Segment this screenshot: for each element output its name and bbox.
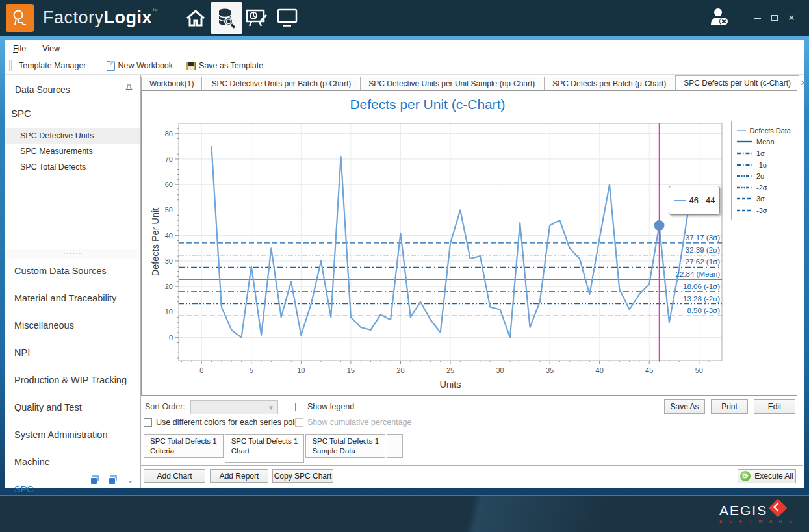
sidebar-title: Data Sources (15, 84, 70, 95)
tab-spc-defective-units-per-batch-p-chart-[interactable]: SPC Defective Units per Batch (p-Chart) (203, 77, 359, 90)
sidebar-category-custom-data-sources[interactable]: Custom Data Sources (5, 260, 140, 282)
menubar: FileView (5, 40, 804, 57)
tooltip-value: 46 : 44 (689, 196, 715, 205)
spc-group-header[interactable]: SPC (5, 95, 140, 119)
subtab-chart[interactable]: SPC Total Defects 1Chart (225, 434, 305, 463)
logout-user-icon[interactable] (709, 6, 731, 30)
legend-line-glyph (736, 173, 753, 179)
svg-text:18.06 (-1σ): 18.06 (-1σ) (683, 283, 720, 290)
sidebar-category-machine[interactable]: Machine (5, 451, 140, 473)
minimize-button[interactable] (749, 11, 766, 25)
aegis-diamond-icon (769, 499, 787, 517)
svg-text:40: 40 (596, 366, 604, 374)
divider (141, 465, 803, 466)
sidebar-category-production-wip-tracking[interactable]: Production & WIP Tracking (5, 369, 140, 391)
legend-item-neg-1sigma: -1σ (736, 159, 791, 171)
tooltip-series-glyph (674, 200, 686, 201)
sort-order-label: Sort Order: (145, 402, 185, 411)
legend-line-glyph (736, 139, 753, 144)
data-explorer-icon[interactable] (211, 2, 242, 34)
close-button[interactable]: ✕ (783, 11, 800, 25)
titlebar: FactoryLogix™ ✕ (0, 0, 809, 36)
sidebar-item-spc-measurements[interactable]: SPC Measurements (5, 144, 140, 159)
toolbar-template-manager[interactable]: Template Manager (12, 57, 93, 74)
legend-line-glyph (736, 196, 753, 201)
maximize-button[interactable] (766, 11, 783, 25)
show-legend-checkbox[interactable]: Show legend (295, 402, 354, 411)
use-colors-checkbox[interactable]: Use different colors for each series poi… (144, 418, 302, 427)
chart-panel: Defects per Unit (c-Chart) 0102030405060… (141, 90, 797, 396)
svg-text:Defects Per Unit: Defects Per Unit (150, 208, 161, 277)
stack-icon-1[interactable] (90, 475, 100, 485)
tab-spc-defective-units-per-unit-sample-np-chart-[interactable]: SPC Defective Units per Unit Sample (np-… (360, 77, 543, 90)
toolbar-new-workbook[interactable]: New Workbook (100, 57, 180, 74)
sidebar-item-spc-total-defects[interactable]: SPC Total Defects (5, 159, 140, 175)
data-sources-sidebar: Data Sources SPC SPC Defective UnitsSPC … (5, 75, 141, 488)
svg-text:45: 45 (645, 366, 653, 374)
legend-line-glyph (736, 208, 753, 213)
sidebar-category-quality-and-test[interactable]: Quality and Test (5, 396, 140, 418)
svg-text:Units: Units (439, 379, 461, 390)
svg-text:0: 0 (199, 366, 203, 374)
presentation-icon[interactable] (242, 0, 272, 36)
sidebar-category-miscellaneous[interactable]: Miscellaneous (5, 314, 140, 336)
subtab-stub (387, 434, 403, 458)
toolbar-save-as-template[interactable]: Save as Template (179, 57, 270, 74)
svg-text:13.28 (-2σ): 13.28 (-2σ) (683, 295, 720, 303)
execute-icon: ⟳ (740, 471, 751, 481)
add-chart-button[interactable]: Add Chart (144, 469, 205, 483)
sort-order-select: ▼ (190, 400, 278, 414)
legend-item-2sigma: 2σ (736, 170, 791, 182)
legend-item-neg-3sigma: -3σ (736, 205, 791, 216)
add-report-button[interactable]: Add Report (210, 469, 268, 483)
point-tooltip: 46 : 44 (669, 186, 720, 215)
monitor-icon[interactable] (272, 0, 303, 36)
sidebar-category-system-administration[interactable]: System Administration (5, 424, 140, 446)
subtab-criteria[interactable]: SPC Total Defects 1Criteria (144, 434, 224, 458)
tab-spc-defects-per-batch-chart-[interactable]: SPC Defects per Batch (μ-Chart) (544, 77, 674, 90)
svg-text:30: 30 (496, 366, 504, 374)
chevron-down-icon[interactable]: ⌄ (127, 475, 134, 485)
aegis-logo: AEGIS S O F T W A R E (719, 503, 795, 524)
copy-spc-chart-button[interactable]: Copy SPC Chart (272, 469, 333, 483)
execute-all-button[interactable]: ⟳Execute All (738, 469, 796, 483)
tabbar-close-icon[interactable]: ✕ (800, 78, 807, 88)
svg-text:35: 35 (546, 366, 554, 374)
legend-line-glyph (736, 128, 746, 133)
sidebar-category-material-and-traceability[interactable]: Material and Traceability (5, 287, 140, 309)
svg-text:80: 80 (165, 130, 173, 138)
menu-view[interactable]: View (34, 40, 68, 57)
svg-text:15: 15 (347, 366, 355, 374)
svg-text:10: 10 (165, 308, 173, 316)
tab-spc-defects-per-unit-c-chart-[interactable]: SPC Defects per Unit (c-Chart) (675, 75, 799, 90)
app-title: FactoryLogix™ (43, 8, 159, 28)
print-button[interactable]: Print (711, 399, 748, 414)
new-workbook-icon (107, 61, 115, 71)
cumulative-percentage-checkbox: Show cumulative percentage (295, 418, 412, 427)
legend-line-glyph (736, 185, 753, 190)
pin-icon[interactable] (125, 84, 133, 95)
menu-file[interactable]: File (5, 40, 34, 57)
legend-line-glyph (736, 162, 753, 168)
spc-c-chart[interactable]: 010203040506070800510152025303540455037.… (142, 116, 797, 395)
aegis-software-text: S O F T W A R E (719, 519, 795, 524)
legend-item-neg-2sigma: -2σ (736, 182, 791, 194)
svg-text:70: 70 (165, 155, 173, 163)
sidebar-splitter[interactable]: ...... (5, 249, 140, 258)
toolbar-separator (9, 60, 10, 71)
factorylogix-logo (6, 4, 34, 32)
edit-button[interactable]: Edit (754, 399, 795, 414)
subtab-sample-data[interactable]: SPC Total Defects 1Sample Data (305, 434, 385, 458)
stack-icon-2[interactable] (109, 475, 118, 485)
svg-text:40: 40 (165, 232, 173, 240)
sidebar-category-npi[interactable]: NPI (5, 342, 140, 364)
sidebar-item-spc-defective-units[interactable]: SPC Defective Units (5, 128, 140, 144)
chart-title: Defects per Unit (c-Chart) (142, 97, 713, 112)
toolbar-separator (97, 60, 97, 71)
save-as-button[interactable]: Save As (664, 399, 705, 414)
home-icon[interactable] (181, 0, 211, 36)
tab-workbook[interactable]: Workbook(1) (141, 77, 202, 90)
legend-item-1sigma: 1σ (736, 147, 791, 159)
workbook-tabbar: Workbook(1)SPC Defective Units per Batch… (141, 75, 804, 90)
svg-text:60: 60 (165, 181, 173, 188)
